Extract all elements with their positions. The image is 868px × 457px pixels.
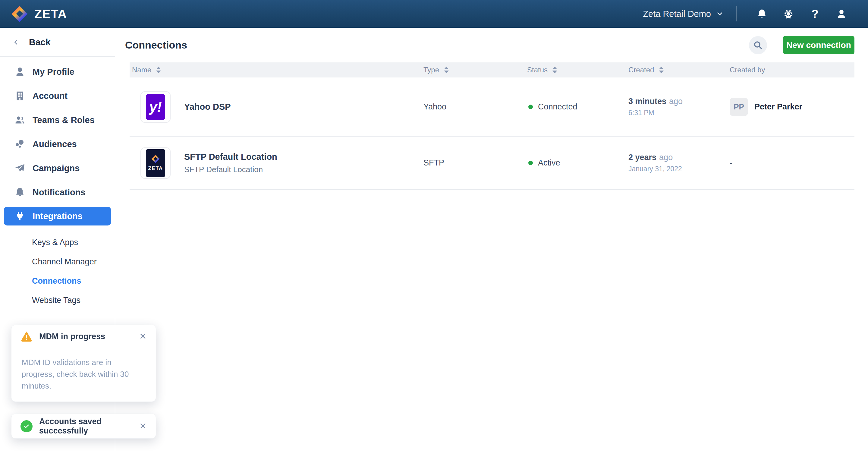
- connection-subtitle: SFTP Default Location: [184, 165, 277, 174]
- column-header-created[interactable]: Created: [628, 66, 730, 74]
- page-header: Connections New connection: [115, 28, 868, 62]
- success-check-icon: [21, 420, 33, 432]
- notifications-button[interactable]: [749, 5, 775, 23]
- integrations-submenu: Keys & Apps Channel Manager Connections …: [0, 228, 115, 310]
- person-icon: [836, 8, 847, 19]
- building-icon: [14, 90, 25, 101]
- sidebar-item-account[interactable]: Account: [0, 84, 115, 108]
- top-navbar: ZETA Zeta Retail Demo ?: [0, 0, 868, 28]
- plug-icon: [14, 211, 25, 221]
- toast-stack: MDM in progress ✕ MDM ID validations are…: [11, 325, 156, 438]
- sidebar-item-my-profile[interactable]: My Profile: [0, 60, 115, 84]
- paper-plane-icon: [14, 163, 25, 174]
- toast-warning: MDM in progress ✕ MDM ID validations are…: [11, 325, 156, 402]
- actions-divider: [775, 36, 775, 54]
- settings-button[interactable]: [775, 5, 802, 23]
- warning-icon: [21, 330, 33, 342]
- connection-created: 3 minutesago 6:31 PM: [628, 97, 730, 117]
- table-header-row: Name Type Status Created Created by: [130, 62, 855, 78]
- bell-icon: [756, 8, 767, 19]
- sort-icon[interactable]: [659, 67, 664, 73]
- table-row[interactable]: ZETA SFTP Default Location SFTP Default …: [130, 136, 855, 190]
- connections-table: Name Type Status Created Created by: [130, 62, 855, 190]
- gear-icon: [783, 8, 794, 19]
- sidebar-subitem-channel-manager[interactable]: Channel Manager: [0, 252, 115, 271]
- connection-created-by: PP Peter Parker: [730, 98, 855, 116]
- zeta-logo-icon: ZETA: [146, 149, 165, 177]
- sidebar-subitem-connections[interactable]: Connections: [0, 271, 115, 291]
- chevron-left-icon: [12, 38, 20, 46]
- bubbles-icon: [14, 139, 25, 150]
- connection-logo-card: y!: [141, 91, 170, 123]
- connection-type: SFTP: [424, 158, 527, 167]
- bell-icon: [14, 187, 25, 198]
- sort-icon[interactable]: [444, 67, 449, 73]
- status-dot-icon: [528, 161, 533, 165]
- connection-created: 2 yearsago January 31, 2022: [628, 153, 730, 173]
- toast-title: Accounts saved successfully: [39, 417, 131, 435]
- chevron-down-icon: [716, 10, 724, 18]
- help-button[interactable]: ?: [802, 5, 828, 23]
- sidebar-subitem-website-tags[interactable]: Website Tags: [0, 291, 115, 310]
- sidebar-item-integrations[interactable]: Integrations: [4, 207, 111, 225]
- new-connection-button[interactable]: New connection: [783, 36, 855, 54]
- connection-status: Connected: [527, 102, 628, 112]
- people-icon: [14, 115, 25, 125]
- connection-name: SFTP Default Location: [184, 152, 277, 162]
- search-icon: [753, 40, 763, 50]
- toast-close-button[interactable]: ✕: [138, 421, 148, 432]
- connection-created-by: -: [730, 158, 855, 167]
- sidebar-subitem-keys-apps[interactable]: Keys & Apps: [0, 233, 115, 252]
- toast-success: Accounts saved successfully ✕: [11, 414, 156, 438]
- question-mark-icon: ?: [811, 7, 818, 21]
- zeta-logo-icon: [11, 5, 28, 23]
- profile-button[interactable]: [828, 5, 855, 23]
- sort-icon[interactable]: [553, 67, 557, 73]
- main-content: Connections New connection Name Type: [115, 28, 868, 190]
- toast-body: MDM ID validations are in progress, chec…: [11, 348, 156, 401]
- search-button[interactable]: [749, 36, 767, 54]
- sidebar-item-campaigns[interactable]: Campaigns: [0, 156, 115, 180]
- sidebar-item-audiences[interactable]: Audiences: [0, 132, 115, 156]
- sidebar-nav: My Profile Account Teams & Roles: [0, 57, 115, 310]
- column-header-status[interactable]: Status: [527, 66, 628, 74]
- yahoo-logo-icon: y!: [146, 94, 165, 120]
- connection-type: Yahoo: [424, 102, 527, 112]
- sidebar-item-notifications[interactable]: Notifications: [0, 180, 115, 204]
- back-button[interactable]: Back: [0, 28, 115, 57]
- sort-icon[interactable]: [156, 67, 161, 73]
- status-dot-icon: [528, 104, 533, 109]
- connection-status: Active: [527, 158, 628, 167]
- page-title: Connections: [125, 39, 749, 51]
- person-icon: [14, 66, 25, 77]
- toast-title: MDM in progress: [39, 332, 131, 341]
- connection-name: Yahoo DSP: [184, 102, 231, 112]
- sidebar-item-teams-roles[interactable]: Teams & Roles: [0, 108, 115, 132]
- brand: ZETA: [11, 5, 67, 23]
- column-header-created-by: Created by: [730, 66, 855, 74]
- toast-close-button[interactable]: ✕: [138, 331, 148, 342]
- column-header-type[interactable]: Type: [424, 66, 527, 74]
- column-header-name[interactable]: Name: [130, 66, 424, 74]
- account-name: Zeta Retail Demo: [643, 9, 711, 19]
- connection-logo-card: ZETA: [141, 147, 170, 179]
- avatar: PP: [730, 98, 748, 116]
- brand-name: ZETA: [34, 7, 67, 21]
- account-switcher[interactable]: Zeta Retail Demo: [643, 9, 724, 19]
- back-label: Back: [29, 37, 51, 47]
- navbar-divider: [736, 6, 737, 22]
- table-row[interactable]: y! Yahoo DSP Yahoo Connected 3 minutesag…: [130, 78, 855, 136]
